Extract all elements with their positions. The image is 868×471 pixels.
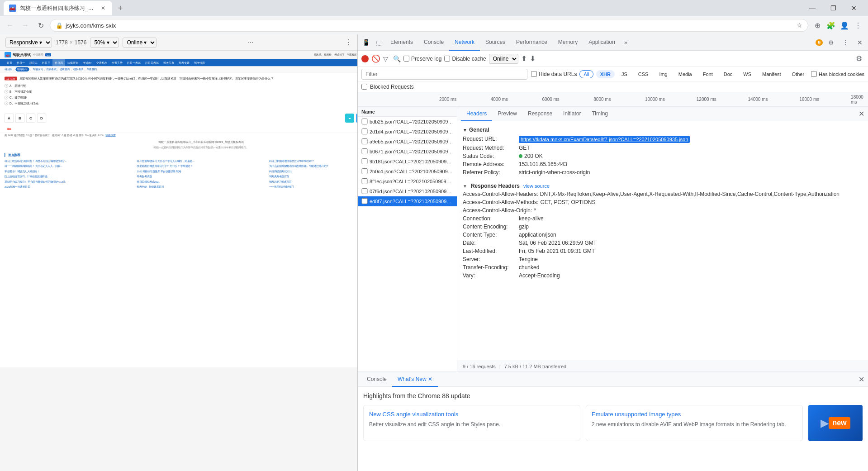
throttle-select[interactable]: Online <box>489 54 518 64</box>
menu-km1[interactable]: 科目一 <box>14 59 27 67</box>
nav-link-2[interactable]: 找驾校 <box>324 53 332 57</box>
action-icon-1[interactable]: ☁ <box>345 114 354 123</box>
detail-tab-headers[interactable]: Headers <box>461 107 492 121</box>
option-d[interactable]: ○ D、不按规定使用灯光 <box>5 101 357 105</box>
menu-jktt[interactable]: 驾考特题 <box>192 59 207 67</box>
tab-application[interactable]: Application <box>583 34 621 51</box>
hot-item-5[interactable]: 改变前面的驾驶员科目几乎？ 为什么？ 学驾通过！ <box>137 164 265 168</box>
devtools-more-tabs[interactable]: » <box>621 34 631 51</box>
hot-item-3[interactable]: 科目三中如何理排序整合分学串30分钟？ <box>269 159 357 163</box>
detail-tab-initiator[interactable]: Initiator <box>558 107 586 121</box>
devtools-inspect-icon[interactable]: ⬚ <box>372 36 385 49</box>
tab-console[interactable]: Console <box>418 34 449 51</box>
hot-item-9[interactable]: 科目四模拟考试2021 <box>269 169 357 174</box>
clear-button[interactable]: 🚫 <box>371 54 380 63</box>
extensions-icon[interactable]: 🧩 <box>825 19 837 32</box>
nav-link-3[interactable]: 考试技巧 <box>334 53 344 57</box>
menu-ksd[interactable]: 考试的! <box>81 59 94 67</box>
tab-network[interactable]: Network <box>449 34 480 51</box>
hot-item-4[interactable]: 科一一四辆解释四顺练到！ 为什么记人入人，到底… <box>5 164 133 168</box>
bc-jkyy[interactable]: 驾考预约 <box>87 68 97 71</box>
forward-button[interactable]: → <box>19 19 32 32</box>
throttle-selector[interactable]: Online ▾ <box>123 38 157 48</box>
network-settings-button[interactable]: ⚙ <box>854 53 864 64</box>
hot-item-14[interactable]: 科目四模拟考试2021 <box>137 180 265 184</box>
devtools-settings-icon[interactable]: ⚙ <box>825 36 837 49</box>
net-row-4-checkbox[interactable] <box>361 158 368 164</box>
option-b[interactable]: ○ B、不按规定会车 <box>5 90 357 94</box>
filter-doc[interactable]: Doc <box>720 70 737 78</box>
bc-mnks[interactable]: 模拟考试 <box>73 68 83 71</box>
devtools-overflow-icon[interactable]: ⋮ <box>839 36 852 49</box>
filter-img[interactable]: Img <box>655 70 671 78</box>
net-row-5[interactable]: 2b0c4.json?CALL=?20210205090935.json <box>358 167 457 176</box>
card-1-title[interactable]: New CSS angle visualization tools <box>369 411 574 418</box>
tab-elements[interactable]: Elements <box>385 34 418 51</box>
action-icon-2[interactable]: ☁ <box>356 114 357 123</box>
net-row-8-checkbox[interactable] <box>361 198 368 204</box>
refresh-button[interactable]: ↻ <box>34 19 47 32</box>
net-row-1[interactable]: 2d1d4.json?CALL=?20210205090935.json <box>358 127 457 137</box>
general-section-header[interactable]: General <box>463 127 863 133</box>
net-row-7-checkbox[interactable] <box>361 188 368 194</box>
bc-fzks[interactable]: 仿真考试 <box>46 68 56 71</box>
nav-link-1[interactable]: 找教练 <box>314 53 322 57</box>
net-row-2-checkbox[interactable] <box>361 138 368 144</box>
minimize-button[interactable]: — <box>802 0 823 16</box>
bottom-panel-close[interactable]: ✕ <box>859 375 864 384</box>
nav-link-4[interactable]: 学车秘笈 <box>347 53 357 57</box>
filter-css[interactable]: CSS <box>634 70 653 78</box>
active-tab[interactable]: 🚗 驾校一点通科目四顺序练习_小车科... ✕ <box>4 1 112 15</box>
prev-arrow[interactable]: ⬅ <box>5 125 14 132</box>
net-row-4[interactable]: 9b18f.json?CALL=?20210205090935.json <box>358 157 457 167</box>
devtools-device-icon[interactable]: 📱 <box>360 36 372 49</box>
back-button[interactable]: ← <box>4 19 16 32</box>
bc-zxlx[interactable]: 专项练习 <box>33 68 43 71</box>
answer-a-button[interactable]: A <box>5 114 14 123</box>
bc-wzck[interactable]: 违章查询 <box>60 68 70 71</box>
filter-media[interactable]: Media <box>674 70 696 78</box>
hot-item-13[interactable]: 基础平台练习项目！ 平台应当遵循如何正确行驶7012元 <box>5 180 133 184</box>
record-button[interactable] <box>361 55 369 62</box>
restore-button[interactable]: ❐ <box>823 0 844 16</box>
hot-item-18[interactable]: 一一常用机动驾驶技巧 <box>269 185 357 189</box>
filter-ws[interactable]: WS <box>739 70 755 78</box>
hot-item-10[interactable]: 防止连续超车技巧，17条信息您这样选…… <box>5 174 133 179</box>
hot-item-1[interactable]: 科目三统合练习分组出击！ 再也不用担心每路驶没有了~ <box>5 159 133 163</box>
tab-close-button[interactable]: ✕ <box>100 5 107 12</box>
filter-button[interactable]: ▽ <box>383 55 390 62</box>
bottom-tab-console[interactable]: Console <box>361 372 392 387</box>
filter-xhr[interactable]: XHR <box>596 70 615 78</box>
net-row-0[interactable]: bdb25.json?CALL=?20210205090935.json <box>358 117 457 127</box>
menu-km4ks[interactable]: 科目四考试 <box>143 59 161 67</box>
device-toolbar-more[interactable]: ⋯ <box>248 39 253 46</box>
filter-font[interactable]: Font <box>699 70 717 78</box>
answer-d-button[interactable]: D <box>37 114 46 123</box>
net-row-0-checkbox[interactable] <box>361 119 368 124</box>
bottom-tab-whatsnew[interactable]: What's New ✕ <box>392 372 438 387</box>
net-row-3-checkbox[interactable] <box>361 148 368 154</box>
url-box[interactable]: 🔒 jsyks.com/kms-sxlx ☆ <box>50 19 808 32</box>
search-button[interactable]: 🔍 <box>393 55 401 62</box>
close-button[interactable]: ✕ <box>844 0 864 16</box>
detail-tab-timing[interactable]: Timing <box>586 107 613 121</box>
request-url-value[interactable]: https://tkdata.mnks.cn/ExamData/ed8f7.js… <box>519 136 690 143</box>
tab-memory[interactable]: Memory <box>553 34 583 51</box>
import-button[interactable]: ⬆ <box>521 54 527 63</box>
menu-km4[interactable]: 科目四 <box>52 59 65 67</box>
cast-icon[interactable]: ⊕ <box>811 19 824 32</box>
answer-c-button[interactable]: C <box>26 114 35 123</box>
tab-sources[interactable]: Sources <box>480 34 511 51</box>
hot-item-7[interactable]: 不按警示！驾驶员人人驾控制！ <box>5 169 133 174</box>
device-toolbar-overflow[interactable]: ⋮ <box>345 38 352 47</box>
net-row-5-checkbox[interactable] <box>361 168 368 174</box>
net-row-1-checkbox[interactable] <box>361 128 368 134</box>
hot-item-6[interactable]: 为什么必须驾驶电话自动连续答题，号能通过练习吧？ <box>269 164 357 168</box>
menu-km3[interactable]: 科目三 <box>40 59 52 67</box>
filter-other[interactable]: Other <box>788 70 809 78</box>
hot-item-16[interactable]: 2021驾校一点通科目四 <box>5 185 133 189</box>
hot-item-2[interactable]: 科二连通驾驶练习 为什么？学习人人喊打，到底是… <box>137 159 265 163</box>
devtools-close-icon[interactable]: ✕ <box>854 36 866 49</box>
bc-km4[interactable]: 科目四 <box>5 68 12 71</box>
detail-tab-response[interactable]: Response <box>522 107 558 121</box>
